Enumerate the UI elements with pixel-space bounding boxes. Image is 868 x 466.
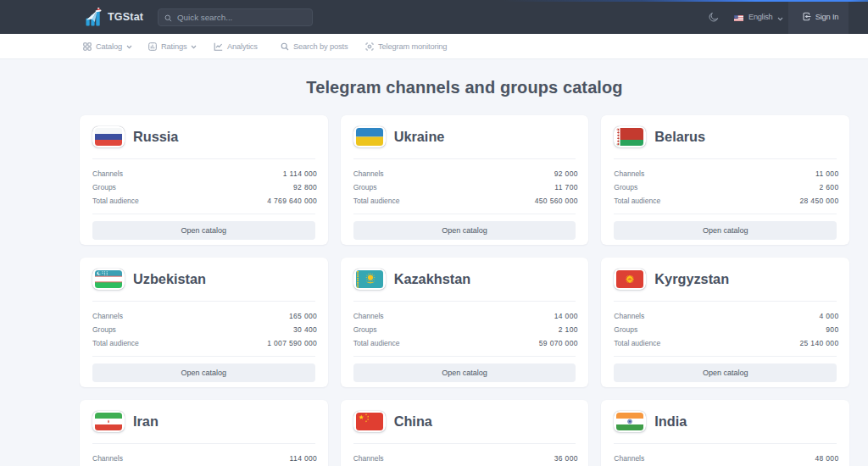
- stat-label: Groups: [614, 325, 637, 334]
- country-card-belarus: BelarusChannels11 000Groups2 600Total au…: [601, 115, 849, 245]
- card-header: Iran: [92, 411, 315, 432]
- divider: [353, 356, 576, 357]
- stat-value: 48 000: [815, 454, 838, 463]
- stat-value: 450 560 000: [535, 197, 578, 205]
- flag-china-icon: [353, 411, 386, 432]
- stat-row-groups: Groups2 100: [353, 323, 578, 336]
- stat-row-total-audience: Total audience59 070 000: [353, 336, 578, 350]
- open-catalog-button[interactable]: Open catalog: [92, 221, 315, 240]
- stat-row-groups: Groups900: [614, 323, 838, 336]
- country-name: Russia: [133, 129, 178, 145]
- stat-label: Channels: [92, 454, 123, 463]
- stat-value: 59 070 000: [539, 339, 578, 347]
- language-label: English: [748, 13, 772, 21]
- nav-item-label: Ratings: [161, 42, 186, 51]
- nav-item-telegram-monitoring[interactable]: Telegram monitoring: [365, 34, 447, 58]
- stat-row-total-audience: Total audience450 560 000: [353, 194, 578, 208]
- country-card-china: ChinaChannels36 000GroupsTotal audienceO…: [341, 400, 589, 466]
- nav-item-label: Analytics: [227, 42, 258, 51]
- card-header: Kyrgyzstan: [614, 269, 837, 290]
- stat-row-channels: Channels48 000: [614, 452, 838, 465]
- stat-value: 28 450 000: [799, 197, 838, 205]
- stat-label: Channels: [353, 454, 384, 463]
- flag-kyrgyzstan-icon: [614, 269, 646, 290]
- sign-in-button[interactable]: Sign In: [788, 0, 849, 34]
- open-catalog-button[interactable]: Open catalog: [92, 363, 315, 382]
- stat-row-channels: Channels14 000: [353, 309, 578, 323]
- open-catalog-button[interactable]: Open catalog: [353, 221, 576, 240]
- nav-item-catalog[interactable]: Catalog: [83, 34, 132, 58]
- main-content: Telegram channels and groups catalog Rus…: [80, 60, 849, 466]
- stat-row-channels: Channels92 000: [353, 167, 578, 180]
- stat-value: 4 769 640 000: [267, 197, 317, 205]
- divider: [614, 158, 837, 159]
- stat-row-total-audience: Total audience25 140 000: [614, 336, 838, 350]
- brand-logo[interactable]: TGStat: [86, 0, 143, 34]
- country-name: Kazakhstan: [394, 271, 471, 287]
- stat-value: 14 000: [554, 312, 578, 320]
- divider: [353, 214, 576, 214]
- top-progress-line: [0, 0, 868, 2]
- analytics-icon: [214, 42, 223, 51]
- stat-value: 36 000: [554, 454, 578, 463]
- country-name: Uzbekistan: [133, 271, 206, 287]
- stat-value: 2 100: [559, 325, 578, 334]
- card-header: China: [353, 411, 576, 432]
- stat-row-total-audience: Total audience1 007 590 000: [92, 336, 317, 350]
- stat-label: Groups: [92, 183, 116, 191]
- stat-label: Total audience: [614, 339, 660, 347]
- page-title: Telegram channels and groups catalog: [80, 78, 849, 97]
- flag-iran-icon: [92, 411, 125, 432]
- stat-value: 25 140 000: [799, 339, 838, 347]
- card-header: Ukraine: [353, 126, 576, 147]
- ratings-icon: [148, 42, 157, 51]
- stat-label: Channels: [614, 312, 644, 320]
- nav-item-search-by-posts[interactable]: Search by posts: [281, 34, 348, 58]
- stat-value: 4 000: [819, 312, 838, 320]
- chevron-down-icon: [126, 42, 132, 51]
- quick-search-input[interactable]: [177, 13, 306, 22]
- card-stats: Channels114 000GroupsTotal audience: [92, 452, 317, 466]
- flag-russia-icon: [92, 126, 125, 147]
- nav-item-analytics[interactable]: Analytics: [214, 34, 258, 58]
- stat-label: Channels: [92, 169, 123, 178]
- stat-row-groups: Groups11 700: [353, 180, 578, 194]
- language-selector[interactable]: English: [734, 0, 783, 34]
- country-name: Kyrgyzstan: [654, 271, 729, 287]
- card-header: Belarus: [614, 126, 837, 147]
- country-card-kyrgyzstan: KyrgyzstanChannels4 000Groups900Total au…: [601, 258, 849, 387]
- card-stats: Channels14 000Groups2 100Total audience5…: [353, 309, 578, 350]
- stat-row-channels: Channels36 000: [353, 452, 578, 465]
- stat-value: 2 600: [819, 183, 838, 191]
- card-stats: Channels36 000GroupsTotal audience: [353, 452, 578, 466]
- open-catalog-button[interactable]: Open catalog: [353, 363, 576, 382]
- monitoring-icon: [365, 42, 374, 51]
- stat-value: 92 800: [293, 183, 317, 191]
- stat-value: 114 000: [290, 454, 318, 463]
- country-card-uzbekistan: UzbekistanChannels165 000Groups30 400Tot…: [80, 258, 328, 387]
- country-card-iran: IranChannels114 000GroupsTotal audienceO…: [80, 400, 328, 466]
- divider: [92, 214, 315, 214]
- stat-value: 11 000: [815, 169, 838, 178]
- country-card-russia: RussiaChannels1 114 000Groups92 800Total…: [80, 115, 328, 245]
- stat-label: Channels: [614, 169, 644, 178]
- chevron-down-icon: [777, 9, 783, 25]
- divider: [353, 301, 576, 302]
- stat-row-channels: Channels165 000: [92, 309, 317, 323]
- country-name: Ukraine: [394, 129, 445, 145]
- stat-label: Groups: [614, 183, 637, 191]
- flag-india-icon: [614, 411, 646, 432]
- divider: [92, 158, 315, 159]
- card-stats: Channels1 114 000Groups92 800Total audie…: [92, 167, 317, 208]
- stat-label: Total audience: [353, 339, 400, 347]
- open-catalog-button[interactable]: Open catalog: [614, 221, 837, 240]
- open-catalog-button[interactable]: Open catalog: [614, 363, 837, 382]
- nav-item-ratings[interactable]: Ratings: [148, 34, 197, 58]
- divider: [614, 356, 837, 357]
- card-stats: Channels4 000Groups900Total audience25 1…: [614, 309, 838, 350]
- stat-value: 1 007 590 000: [267, 339, 317, 347]
- stat-row-groups: Groups2 600: [614, 180, 838, 194]
- divider: [92, 356, 315, 357]
- dark-mode-toggle[interactable]: [709, 0, 719, 34]
- quick-search-box[interactable]: [158, 8, 313, 26]
